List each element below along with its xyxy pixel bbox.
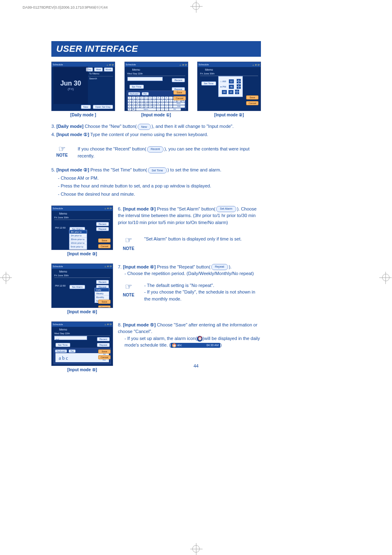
note-3-text: - The default setting is "No repeat". - …	[144, 280, 261, 303]
time-value: PM 12:50	[55, 227, 66, 229]
set-alarm-button[interactable]: Set Alarm	[69, 285, 85, 289]
kb-tab-pen[interactable]: Pen	[142, 92, 149, 95]
note-label: ☞ NOTE	[51, 144, 73, 157]
new-button-inline: New	[138, 124, 151, 130]
open-sel-day-button[interactable]: Open Sel Day	[93, 105, 113, 109]
cancel-button[interactable]: Cancel	[98, 355, 111, 359]
crop-mark-icon	[192, 2, 200, 10]
repeat-button[interactable]: Repeat	[96, 227, 109, 231]
calendar-weekday: (Fri)	[68, 87, 74, 91]
note-label: ☞ NOTE	[118, 280, 139, 298]
window-title: Schedule	[53, 265, 63, 268]
cancel-button[interactable]: Cancel	[173, 96, 186, 100]
instruction-8-sub: - If you set up alarm, the alarm icon(⏰)…	[118, 335, 261, 349]
caption-daily: [Daily mode ]	[70, 113, 96, 117]
set-time-button[interactable]: Set Time	[201, 81, 216, 86]
kb-tab-keyboard[interactable]: Keyboard	[128, 92, 140, 95]
status-icons: ⌂☀⟳	[106, 63, 114, 66]
instruction-6: 6. [Input mode ③] Press the "Set Alarm" …	[118, 206, 261, 226]
note-label: ☞ NOTE	[118, 234, 139, 252]
window-title: Schedule	[126, 63, 136, 66]
screenshot-daily-mode: Schedule ⌂☀⟳ Day Week Month Jun 30 (Fri)…	[51, 62, 115, 111]
instruction-5: 5. [Input mode ②] Press the "Set Time" b…	[51, 166, 261, 174]
page-number: 44	[0, 363, 392, 368]
cancel-button[interactable]: Cancel	[98, 305, 111, 308]
status-icons: ⌂☀⟳	[179, 63, 187, 66]
list-item[interactable]: 30min prior to	[69, 238, 87, 241]
screenshot-input-1: Schedule ⌂☀⟳ Memo Wed Sep 22th Recent Re…	[125, 62, 188, 111]
repeat-button-inline: Repeat	[211, 264, 228, 270]
hour-value[interactable]: 12	[229, 79, 234, 83]
label-search: Search	[88, 76, 113, 80]
save-button[interactable]: Save	[246, 95, 258, 99]
caption-input-1: [Input mode ①]	[141, 113, 171, 117]
instruction-5-sub1: - Choose AM or PM.	[51, 175, 261, 182]
instruction-4: 4. [Input mode ①] Type the content of yo…	[51, 131, 261, 139]
list-item[interactable]: Daily	[95, 288, 109, 292]
list-item[interactable]: Weekly	[95, 292, 109, 296]
hand-point-icon: ☞	[118, 280, 139, 293]
hand-point-icon: ☞	[51, 144, 73, 154]
ok-button[interactable]: OK	[222, 90, 227, 94]
window-title: Schedule	[53, 323, 63, 326]
time-picker[interactable]: ○ AM 12 ▲▼ ● PM 46 ▲▼ OK 15 ▲▼	[218, 76, 243, 97]
recent-button-inline: Recent	[147, 146, 164, 153]
note-1-text: If you choose the "Recent" button(Recent…	[78, 144, 261, 159]
screenshot-input-4: Schedule ⌂☀⟳ Memo Fri June 30th Recent P…	[51, 264, 113, 308]
memo-title: Memo	[59, 270, 67, 273]
memo-text-input[interactable]: def	[54, 336, 87, 340]
crop-mark-icon	[192, 545, 200, 553]
time-value: PM 12:50	[55, 284, 66, 287]
minute-value[interactable]: 46	[229, 85, 234, 89]
alarm-interval-dropdown[interactable]: 3hr prior to 1hr prior to 30min prior to…	[69, 230, 87, 250]
hand-point-icon: ☞	[118, 234, 139, 246]
recent-button[interactable]: Recent	[172, 78, 184, 82]
save-button[interactable]: Save	[173, 90, 186, 95]
instruction-5-sub2: - Press the hour and minute button to se…	[51, 183, 261, 190]
window-title: Schedule	[53, 207, 63, 210]
cancel-button[interactable]: Cancel	[98, 244, 111, 248]
list-item[interactable]: 1hr prior to	[69, 234, 87, 238]
recent-button[interactable]: Recent	[97, 337, 110, 341]
cancel-button[interactable]: Cancel	[246, 101, 258, 105]
memo-text-input[interactable]	[127, 77, 163, 81]
memo-date: Fri June 30th	[200, 72, 258, 76]
alarm-icon: ⏰	[197, 336, 203, 342]
memo-date: Fri June 30th	[54, 216, 110, 220]
pm-label[interactable]: PM	[222, 86, 226, 88]
screenshot-input-3: Schedule ⌂☀⟳ Memo Fri June 30th Recent P…	[51, 206, 113, 250]
schedule-title-sample: ⏰abc04:30 AM	[171, 343, 220, 348]
crop-mark-icon	[382, 274, 390, 281]
page-meta: DA99-01278DREV(0.0)2006.10.1710:9PM페이지44	[23, 5, 108, 10]
set-time-button-inline: Set Time	[148, 167, 167, 173]
kb-tab-pen[interactable]: Pen	[69, 349, 76, 353]
minute-alt[interactable]: 15	[228, 90, 233, 94]
list-item[interactable]: On time	[69, 249, 87, 250]
instruction-7-sub1: - Choose the repetition period. (Daily/W…	[118, 270, 261, 277]
memo-date: Fri June 30th	[54, 274, 110, 278]
list-item[interactable]: 5min prior to	[69, 245, 87, 249]
memo-date: Wed Sep 22th	[54, 332, 110, 336]
save-button[interactable]: Save	[98, 238, 111, 243]
list-item[interactable]: 10min prior to	[69, 241, 87, 245]
note-2-text: "Set Alarm" button is displayed only if …	[144, 234, 261, 243]
list-item[interactable]: Monthly	[95, 296, 109, 299]
status-icons: ⌂☀⟳	[104, 207, 112, 210]
set-time-button[interactable]: Set Time	[55, 343, 70, 347]
save-button[interactable]: Save	[98, 300, 111, 304]
screenshot-input-2: Schedule ⌂☀⟳ Memo Fri June 30th Set Time…	[197, 62, 261, 111]
save-button[interactable]: Save	[98, 349, 111, 354]
caption-input-3: [Input mode ③]	[51, 252, 113, 256]
new-button[interactable]: New	[81, 105, 91, 109]
crop-mark-icon	[2, 274, 10, 281]
am-label[interactable]: AM	[222, 80, 226, 83]
instruction-3: 3. [Daily mode] Choose the "New" button(…	[51, 123, 261, 130]
kb-tab-keyboard[interactable]: Keyboard	[55, 349, 67, 353]
memo-title: Memo	[205, 68, 213, 71]
repeat-button[interactable]: Repeat	[97, 343, 110, 347]
memo-date: Wed Sep 22th	[127, 72, 185, 76]
calendar-date: Jun 30	[60, 80, 81, 87]
label-to-memo: To Memo	[88, 71, 113, 75]
set-time-button[interactable]: Set Time	[129, 85, 144, 89]
list-item[interactable]: 3hr prior to	[69, 230, 87, 234]
